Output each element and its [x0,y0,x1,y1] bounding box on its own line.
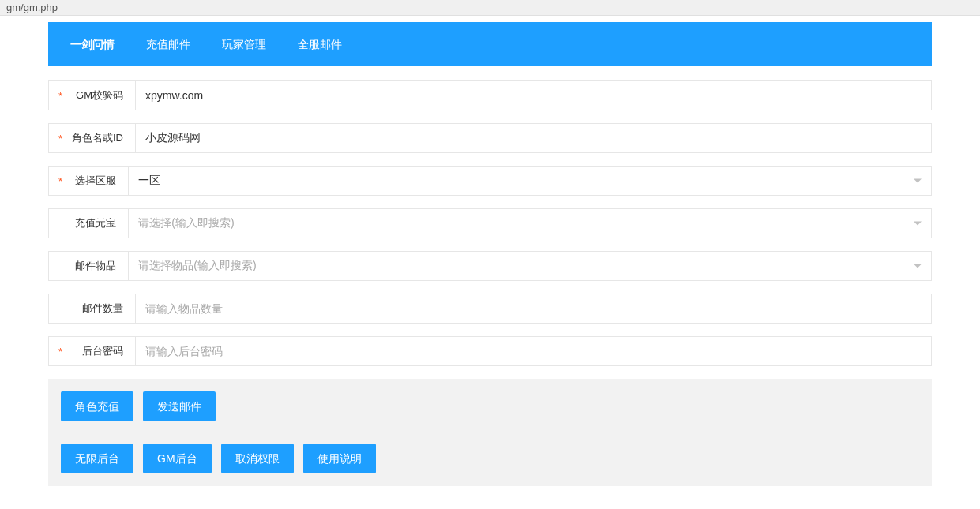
form-label-gmcode: GM校验码 [49,81,136,110]
button-label: 取消权限 [235,452,280,465]
form-row-mailqty: 邮件数量 [48,294,932,324]
select-placeholder: 请选择(输入即搜索) [138,216,234,230]
nav-tab-label: 充值邮件 [146,38,190,51]
label-text: 后台密码 [82,344,123,358]
cancel-perm-button[interactable]: 取消权限 [221,444,294,473]
unlimited-backend-button[interactable]: 无限后台 [61,444,133,473]
nav-tabs: 一剑问情 充值邮件 玩家管理 全服邮件 [48,22,932,66]
roleid-input[interactable] [136,124,931,152]
button-row-2: 无限后台 GM后台 取消权限 使用说明 [61,444,919,473]
mailqty-input[interactable] [136,294,931,323]
gm-backend-button[interactable]: GM后台 [143,444,212,473]
select-value: 一区 [138,174,160,188]
role-recharge-button[interactable]: 角色充值 [61,391,133,421]
password-input[interactable] [136,337,931,365]
server-select[interactable]: 一区 [129,167,931,195]
form-input-wrap [136,81,931,110]
nav-tab-quanfuyoujian[interactable]: 全服邮件 [282,22,358,66]
label-text: 选择区服 [75,174,116,188]
mailitem-select[interactable]: 请选择物品(输入即搜索) [129,252,931,280]
form-input-wrap [136,124,931,152]
chevron-down-icon [914,179,922,183]
form-label-roleid: 角色名或ID [49,124,136,152]
form-row-yuanbao: 充值元宝 请选择(输入即搜索) [48,208,932,238]
main-container: 一剑问情 充值邮件 玩家管理 全服邮件 GM校验码 角色名或ID [42,22,938,486]
button-label: 使用说明 [317,452,362,465]
button-block: 角色充值 发送邮件 无限后台 GM后台 取消权限 使用说明 [48,379,932,486]
chevron-down-icon [914,222,922,226]
button-row-1: 角色充值 发送邮件 [61,391,919,421]
url-bar: gm/gm.php [0,0,980,16]
form-row-mailitem: 邮件物品 请选择物品(输入即搜索) [48,251,932,281]
form-label-server: 选择区服 [49,167,129,195]
yuanbao-select[interactable]: 请选择(输入即搜索) [129,209,931,238]
form-label-password: 后台密码 [49,337,136,365]
form-row-server: 选择区服 一区 [48,166,932,196]
form-label-yuanbao: 充值元宝 [49,209,129,238]
nav-tab-label: 全服邮件 [298,38,342,51]
nav-tab-wanjiaguanli[interactable]: 玩家管理 [206,22,282,66]
form-row-password: 后台密码 [48,336,932,366]
nav-tab-yijianwenqing[interactable]: 一剑问情 [54,22,130,66]
form-input-wrap [136,294,931,323]
label-text: 邮件数量 [82,301,123,316]
label-text: GM校验码 [76,88,123,103]
form-label-mailqty: 邮件数量 [49,294,136,323]
form-row-gmcode: GM校验码 [48,80,932,110]
form-wrapper: GM校验码 角色名或ID 选择区服 一区 充值元 [48,80,932,366]
button-label: 角色充值 [75,400,119,413]
label-text: 充值元宝 [75,216,116,230]
url-path-text: gm/gm.php [6,2,58,13]
form-label-mailitem: 邮件物品 [49,252,129,280]
button-label: GM后台 [157,452,197,465]
button-label: 无限后台 [75,452,119,465]
label-text: 角色名或ID [72,131,123,145]
form-row-roleid: 角色名或ID [48,123,932,153]
button-label: 发送邮件 [157,400,201,413]
form-input-wrap [136,337,931,365]
gmcode-input[interactable] [136,81,931,110]
nav-tab-label: 一剑问情 [70,38,115,51]
label-text: 邮件物品 [75,259,116,273]
nav-tab-label: 玩家管理 [222,38,266,51]
usage-guide-button[interactable]: 使用说明 [303,444,376,473]
select-placeholder: 请选择物品(输入即搜索) [138,259,256,273]
send-mail-button[interactable]: 发送邮件 [143,391,216,421]
chevron-down-icon [914,264,922,268]
nav-tab-chongzhiyoujian[interactable]: 充值邮件 [130,22,206,66]
